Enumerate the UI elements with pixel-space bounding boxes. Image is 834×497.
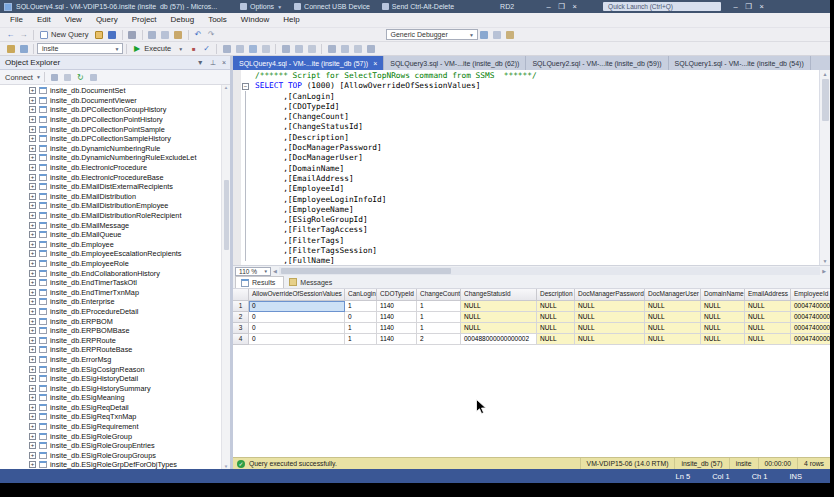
grid-corner-cell[interactable] xyxy=(233,289,249,301)
expand-icon[interactable]: + xyxy=(29,461,36,468)
tree-item-table[interactable]: +insite_db.EndCollaborationHistory xyxy=(0,268,230,278)
quick-launch-input[interactable]: Quick Launch (Ctrl+Q) xyxy=(603,2,721,11)
tree-item-table[interactable]: +insite_db.Employee xyxy=(0,240,230,250)
navigate-forward-icon[interactable]: → xyxy=(17,29,30,41)
tree-item-table[interactable]: +insite_db.DPCollectionSampleHistory xyxy=(0,134,230,144)
close-icon[interactable]: × xyxy=(222,59,226,67)
grid-cell[interactable]: 0 xyxy=(249,323,345,334)
redo-icon[interactable]: ↷ xyxy=(205,29,218,41)
outdent-icon[interactable] xyxy=(364,43,377,55)
results-to-grid-icon[interactable] xyxy=(292,43,305,55)
menu-file[interactable]: File xyxy=(3,13,30,27)
tree-item-table[interactable]: +insite_db.ElectronicProcedureBase xyxy=(0,172,230,182)
expand-icon[interactable]: + xyxy=(29,327,36,334)
tree-item-table[interactable]: +insite_db.ESigRoleGrpDefForObjTypes xyxy=(0,460,230,469)
grid-cell[interactable]: 1140 xyxy=(377,301,417,312)
expand-icon[interactable]: + xyxy=(29,346,36,353)
tab-results[interactable]: Results xyxy=(235,276,284,288)
grid-cell[interactable]: NULL xyxy=(537,312,575,323)
grid-cell[interactable]: NULL xyxy=(575,334,645,345)
expand-icon[interactable]: + xyxy=(29,394,36,401)
comment-out-icon[interactable] xyxy=(325,43,338,55)
tree-item-table[interactable]: +insite_db.DPCollectionPointHistory xyxy=(0,115,230,125)
display-estimated-plan-icon[interactable] xyxy=(220,43,233,55)
tree-item-table[interactable]: +insite_db.EndTimerTxnMap xyxy=(0,287,230,297)
tree-scrollbar[interactable]: ▲ ▼ xyxy=(221,85,230,469)
expand-icon[interactable]: + xyxy=(29,250,36,257)
tree-item-table[interactable]: +insite_db.DPCollectionPointSample xyxy=(0,124,230,134)
scroll-left-icon[interactable]: ◀ xyxy=(273,268,277,274)
expand-icon[interactable]: + xyxy=(29,298,36,305)
tree-item-table[interactable]: +insite_db.DPCollectionGroupHistory xyxy=(0,105,230,115)
expand-icon[interactable]: + xyxy=(29,366,36,373)
tree-item-table[interactable]: +insite_db.ErrorMsg xyxy=(0,355,230,365)
grid-cell[interactable]: NULL xyxy=(645,323,701,334)
print-icon[interactable] xyxy=(126,29,139,41)
grid-cell[interactable]: NULL xyxy=(537,334,575,345)
column-header[interactable]: CanLogin xyxy=(345,289,377,301)
connect-button[interactable]: Connect xyxy=(5,73,33,82)
debug-target-combo[interactable]: Generic Debugger ▼ xyxy=(386,29,478,40)
grid-cell[interactable]: 00047400000000 xyxy=(791,334,830,345)
grid-cell[interactable]: 1140 xyxy=(377,312,417,323)
expand-icon[interactable]: + xyxy=(29,106,36,113)
tree-item-table[interactable]: +insite_db.EndTimerTaskOtl xyxy=(0,278,230,288)
tree-item-table[interactable]: +insite_db.Enterprise xyxy=(0,297,230,307)
expand-icon[interactable]: + xyxy=(29,318,36,325)
column-header[interactable]: EmailAddress xyxy=(745,289,791,301)
grid-cell[interactable]: NULL xyxy=(701,301,745,312)
column-header[interactable]: DomainName xyxy=(701,289,745,301)
grid-cell[interactable]: NULL xyxy=(745,312,791,323)
column-header[interactable]: ChangeCount xyxy=(417,289,461,301)
tree-item-table[interactable]: +insite_db.ESigRoleGroup xyxy=(0,431,230,441)
tree-item-table[interactable]: +insite_db.EMailQueue xyxy=(0,230,230,240)
tree-item-table[interactable]: +insite_db.ESigRoleGroupGroups xyxy=(0,451,230,461)
scroll-right-icon[interactable]: ▶ xyxy=(822,268,826,274)
expand-icon[interactable]: + xyxy=(29,183,36,190)
stop-icon[interactable] xyxy=(61,71,74,83)
grid-cell[interactable]: 000488000000000002 xyxy=(461,334,537,345)
results-to-text-icon[interactable] xyxy=(279,43,292,55)
results-to-file-icon[interactable] xyxy=(305,43,318,55)
expand-icon[interactable]: + xyxy=(29,135,36,142)
grid-cell[interactable]: 2 xyxy=(417,334,461,345)
grid-cell[interactable]: 1 xyxy=(345,301,377,312)
grid-cell[interactable]: 00047400000000 xyxy=(791,301,830,312)
grid-cell[interactable]: 1 xyxy=(417,323,461,334)
menu-view[interactable]: View xyxy=(58,13,89,27)
close-icon[interactable]: × xyxy=(568,2,581,11)
tree-item-table[interactable]: +insite_db.EMailDistExternalRecipients xyxy=(0,182,230,192)
grid-cell[interactable]: 0 xyxy=(249,312,345,323)
new-query-button[interactable]: New Query xyxy=(51,30,89,39)
collapse-region-icon[interactable]: − xyxy=(242,83,249,90)
row-header[interactable]: 1 xyxy=(233,301,249,312)
column-header[interactable]: DocManagerUser xyxy=(645,289,701,301)
expand-icon[interactable]: + xyxy=(29,375,36,382)
include-actual-plan-icon[interactable] xyxy=(246,43,259,55)
expand-icon[interactable]: + xyxy=(29,356,36,363)
open-file-icon[interactable] xyxy=(93,29,106,41)
cancel-query-icon[interactable]: ■ xyxy=(187,43,200,55)
scroll-up-icon[interactable]: ▲ xyxy=(224,85,228,90)
close-icon[interactable]: × xyxy=(373,60,377,67)
connect-usb-button[interactable]: Connect USB Device xyxy=(294,3,370,10)
uncomment-icon[interactable] xyxy=(338,43,351,55)
menu-window[interactable]: Window xyxy=(234,13,276,27)
grid-cell[interactable]: NULL xyxy=(645,334,701,345)
expand-icon[interactable]: + xyxy=(29,174,36,181)
tab-messages[interactable]: Messages xyxy=(284,276,340,288)
grid-cell[interactable]: 0 xyxy=(249,301,345,312)
expand-icon[interactable]: + xyxy=(29,145,36,152)
tree-item-table[interactable]: +insite_db.EMailDistribution xyxy=(0,192,230,202)
editor-horizontal-scrollbar[interactable] xyxy=(279,267,820,275)
menu-debug[interactable]: Debug xyxy=(164,13,202,27)
tree-item-table[interactable]: +insite_db.ESigReqTxnMap xyxy=(0,412,230,422)
expand-icon[interactable]: + xyxy=(29,202,36,209)
scroll-up-icon[interactable]: ▲ xyxy=(823,71,828,77)
column-header[interactable]: ChangeStatusId xyxy=(461,289,537,301)
navigate-back-icon[interactable]: ← xyxy=(4,29,17,41)
database-combo[interactable]: insite ▼ xyxy=(37,43,123,54)
expand-icon[interactable]: + xyxy=(29,404,36,411)
send-ctrl-alt-delete-button[interactable]: Send Ctrl-Alt-Delete xyxy=(382,3,454,10)
document-tab[interactable]: SQLQuery1.sql - VM-...ite (insite_db (54… xyxy=(669,56,811,70)
